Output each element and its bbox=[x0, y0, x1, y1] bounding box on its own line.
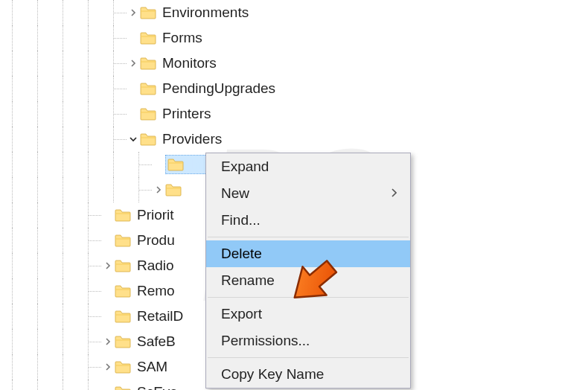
menu-item-label: Export bbox=[221, 306, 262, 322]
menu-item[interactable]: Find... bbox=[206, 207, 410, 234]
chevron-right-icon[interactable] bbox=[127, 9, 140, 16]
folder-icon bbox=[115, 335, 131, 348]
tree-item-label: Providers bbox=[162, 131, 222, 147]
folder-icon bbox=[115, 386, 131, 390]
chevron-right-icon[interactable] bbox=[152, 186, 165, 194]
menu-item-label: Rename bbox=[221, 272, 275, 289]
chevron-right-icon[interactable] bbox=[101, 262, 115, 269]
tree-item[interactable]: Monitors bbox=[0, 51, 356, 76]
menu-item-label: Copy Key Name bbox=[221, 366, 324, 383]
folder-icon bbox=[115, 360, 131, 374]
folder-icon bbox=[115, 259, 131, 272]
menu-item-label: Find... bbox=[221, 212, 261, 228]
tree-item-label: Environments bbox=[162, 4, 249, 21]
menu-item-label: Expand bbox=[221, 159, 269, 175]
tree-item-label: Priorit bbox=[137, 207, 174, 223]
folder-icon bbox=[167, 158, 184, 171]
tree-item-label: RetailD bbox=[137, 308, 183, 325]
folder-icon bbox=[140, 31, 156, 45]
menu-item-label: New bbox=[221, 185, 249, 202]
menu-separator bbox=[208, 237, 409, 237]
menu-item[interactable]: New bbox=[206, 180, 410, 207]
tree-item-label: Forms bbox=[162, 30, 202, 46]
tree-item-label: SafeB bbox=[137, 333, 176, 350]
folder-icon bbox=[115, 284, 131, 298]
menu-item[interactable]: Permissions... bbox=[206, 327, 410, 354]
context-menu[interactable]: ExpandNewFind...DeleteRenameExportPermis… bbox=[205, 153, 411, 389]
tree-item-label: Printers bbox=[162, 106, 211, 122]
chevron-right-icon[interactable] bbox=[101, 338, 115, 345]
tree-item-label: Monitors bbox=[162, 55, 217, 71]
tree-item[interactable]: Printers bbox=[0, 101, 356, 127]
tree-item[interactable]: Providers bbox=[0, 127, 356, 152]
folder-icon bbox=[140, 82, 156, 95]
tree-item[interactable]: Environments bbox=[0, 0, 356, 25]
chevron-right-icon bbox=[391, 188, 397, 199]
menu-separator bbox=[208, 357, 409, 358]
menu-item-label: Permissions... bbox=[221, 333, 310, 349]
folder-icon bbox=[165, 183, 182, 196]
chevron-right-icon[interactable] bbox=[127, 60, 140, 67]
menu-item[interactable]: Copy Key Name bbox=[206, 361, 410, 388]
menu-item[interactable]: Rename bbox=[206, 267, 410, 294]
folder-icon bbox=[115, 208, 131, 222]
folder-icon bbox=[140, 6, 156, 19]
tree-item-label: Radio bbox=[137, 258, 174, 274]
tree-item[interactable]: PendingUpgrades bbox=[0, 76, 356, 101]
menu-item-label: Delete bbox=[221, 246, 262, 262]
menu-item[interactable]: Export bbox=[206, 301, 410, 327]
tree-item-label: Remo bbox=[137, 283, 175, 299]
tree-item[interactable]: Forms bbox=[0, 25, 356, 51]
chevron-down-icon[interactable] bbox=[127, 135, 140, 143]
folder-icon bbox=[115, 310, 131, 323]
chevron-right-icon[interactable] bbox=[101, 363, 115, 371]
menu-item[interactable]: Delete bbox=[206, 240, 410, 267]
tree-item-label: PendingUpgrades bbox=[162, 80, 275, 97]
tree-item-label: ScEve bbox=[137, 384, 178, 390]
tree-item-label: SAM bbox=[137, 359, 167, 375]
menu-item[interactable]: Expand bbox=[206, 153, 410, 180]
folder-icon bbox=[140, 132, 156, 146]
tree-item-label: Produ bbox=[137, 232, 175, 249]
menu-separator bbox=[208, 297, 409, 298]
folder-icon bbox=[140, 57, 156, 70]
folder-icon bbox=[115, 234, 131, 247]
folder-icon bbox=[140, 107, 156, 121]
